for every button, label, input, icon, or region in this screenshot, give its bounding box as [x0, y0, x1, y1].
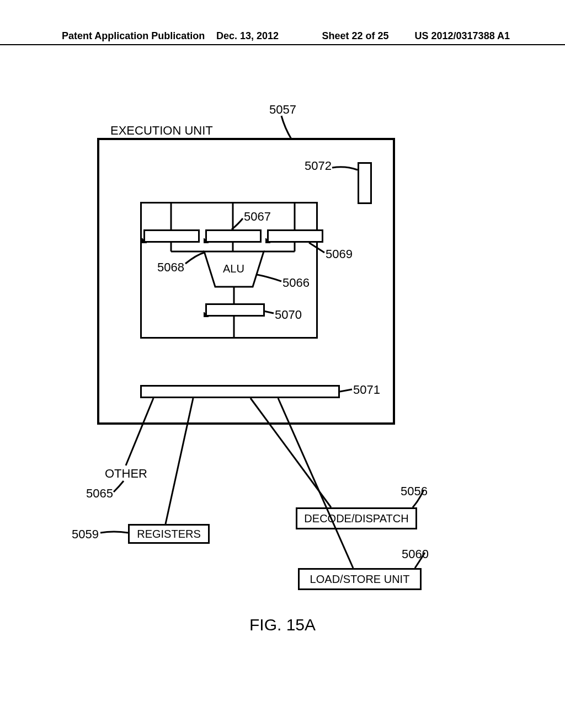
ref-5066: 5066	[282, 276, 310, 290]
ref-5068: 5068	[157, 260, 184, 275]
loadstore-label: LOAD/STORE UNIT	[310, 573, 410, 586]
ref-5067: 5067	[244, 210, 271, 224]
page-header: Patent Application Publication Dec. 13, …	[0, 29, 565, 45]
reg-5070	[205, 303, 265, 317]
block-5071	[140, 385, 340, 398]
doc-number: US 2012/0317388 A1	[402, 30, 510, 42]
diagram-container: EXECUTION UNIT 5057 5072 5067 5068 5069 …	[0, 99, 565, 651]
ref-5065: 5065	[86, 486, 113, 501]
ref-5070: 5070	[275, 308, 302, 322]
ref-5060: 5060	[402, 547, 429, 561]
block-5072	[358, 162, 372, 204]
ref-5057: 5057	[269, 103, 296, 117]
registers-box: REGISTERS	[128, 524, 210, 544]
figure-caption: FIG. 15A	[0, 615, 565, 634]
ref-5071: 5071	[353, 383, 380, 397]
doc-date: Dec. 13, 2012	[216, 30, 309, 42]
decode-label: DECODE/DISPATCH	[304, 512, 408, 525]
decode-dispatch-box: DECODE/DISPATCH	[296, 507, 417, 529]
execution-unit-label: EXECUTION UNIT	[110, 124, 213, 138]
ref-5072: 5072	[305, 159, 332, 173]
doc-sheet: Sheet 22 of 25	[309, 30, 402, 42]
reg-5067	[205, 229, 262, 243]
registers-label: REGISTERS	[137, 528, 201, 540]
reg-5068	[143, 229, 200, 243]
other-label: OTHER	[105, 467, 147, 481]
doc-type: Patent Application Publication	[62, 30, 216, 42]
ref-5069: 5069	[326, 247, 353, 261]
reg-5069	[267, 229, 323, 243]
ref-5059: 5059	[72, 527, 99, 542]
loadstore-box: LOAD/STORE UNIT	[298, 568, 422, 590]
alu-text: ALU	[223, 263, 244, 275]
ref-5056: 5056	[401, 484, 428, 499]
